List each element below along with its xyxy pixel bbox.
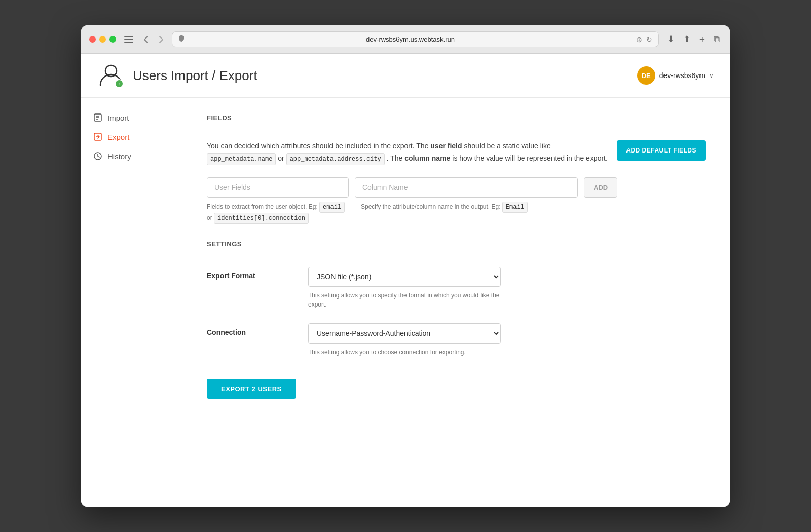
traffic-lights bbox=[89, 36, 116, 43]
export-format-label: Export Format bbox=[207, 267, 288, 280]
add-field-button[interactable]: ADD bbox=[584, 177, 617, 198]
column-name-hint: Specify the attribute/column name in the… bbox=[355, 202, 578, 224]
page-title: Users Import / Export bbox=[133, 68, 257, 84]
export-format-select[interactable]: JSON file (*.json) CSV file (*.csv) bbox=[308, 267, 501, 287]
download-button[interactable]: ⬇ bbox=[665, 32, 676, 47]
svg-rect-2 bbox=[124, 42, 133, 43]
connection-row: Connection Username-Password-Authenticat… bbox=[207, 323, 706, 357]
new-tab-button[interactable]: + bbox=[697, 32, 707, 47]
import-icon bbox=[93, 113, 102, 122]
header-left: Users Import / Export bbox=[97, 62, 257, 89]
fields-section: FIELDS You can decided which attributes … bbox=[207, 114, 706, 224]
chevron-down-icon: ∨ bbox=[709, 72, 714, 79]
sidebar-item-history[interactable]: History bbox=[81, 146, 182, 166]
export-format-control: JSON file (*.json) CSV file (*.csv) This… bbox=[308, 267, 706, 309]
url-display: dev-rwsbs6ym.us.webtask.run bbox=[189, 35, 632, 43]
app-container: Users Import / Export DE dev-rwsbs6ym ∨ bbox=[81, 54, 730, 507]
shield-icon bbox=[178, 35, 185, 44]
sidebar-toggle-button[interactable] bbox=[122, 34, 135, 45]
fields-header-actions: You can decided which attributes should … bbox=[207, 140, 706, 177]
desc-prefix: You can decided which attributes should … bbox=[207, 142, 430, 150]
column-name-input[interactable] bbox=[355, 177, 578, 198]
forward-button[interactable] bbox=[157, 33, 166, 46]
svg-rect-1 bbox=[124, 39, 133, 40]
refresh-icon[interactable]: ↻ bbox=[646, 35, 652, 44]
hint-user-prefix: Fields to extract from the user object. … bbox=[207, 203, 319, 210]
fields-description: You can decided which attributes should … bbox=[207, 140, 617, 165]
desc-suffix: is how the value will be represented in … bbox=[452, 154, 608, 162]
svg-rect-0 bbox=[124, 36, 133, 37]
export-format-row: Export Format JSON file (*.json) CSV fil… bbox=[207, 267, 706, 309]
field-hints: Fields to extract from the user object. … bbox=[207, 202, 706, 224]
export-format-hint: This setting allows you to specify the f… bbox=[308, 291, 501, 309]
column-name-bold: column name bbox=[404, 154, 450, 162]
connection-hint: This setting allows you to choose connec… bbox=[308, 348, 501, 357]
fields-add-section: ADD bbox=[207, 177, 706, 198]
desc-mid1: should be a static value like bbox=[464, 142, 550, 150]
sidebar-item-label-history: History bbox=[107, 152, 131, 161]
browser-chrome: dev-rwsbs6ym.us.webtask.run ⊕ ↻ ⬇ ⬆ + ⧉ bbox=[81, 25, 730, 54]
sidebar-item-export[interactable]: Export bbox=[81, 127, 182, 146]
connection-control: Username-Password-Authentication This se… bbox=[308, 323, 706, 357]
user-name-label: dev-rwsbs6ym bbox=[659, 71, 705, 80]
sidebar-item-label-import: Import bbox=[107, 113, 129, 122]
desc-mid3: . The bbox=[387, 154, 405, 162]
back-button[interactable] bbox=[141, 33, 151, 46]
settings-section: SETTINGS Export Format JSON file (*.json… bbox=[207, 240, 706, 399]
export-icon bbox=[93, 132, 102, 141]
minimize-button[interactable] bbox=[99, 36, 106, 43]
code-app-metadata-address: app_metadata.address.city bbox=[286, 153, 385, 165]
user-menu[interactable]: DE dev-rwsbs6ym ∨ bbox=[637, 66, 714, 85]
hint-column-prefix: Specify the attribute/column name in the… bbox=[361, 203, 502, 210]
app-logo bbox=[97, 62, 125, 89]
hint-code-identities: identities[0].connection bbox=[214, 213, 309, 224]
sidebar-item-import[interactable]: Import bbox=[81, 108, 182, 127]
browser-actions: ⬇ ⬆ + ⧉ bbox=[665, 32, 722, 47]
address-bar[interactable]: dev-rwsbs6ym.us.webtask.run ⊕ ↻ bbox=[172, 31, 659, 47]
app-header: Users Import / Export DE dev-rwsbs6ym ∨ bbox=[81, 54, 730, 98]
close-button[interactable] bbox=[89, 36, 96, 43]
code-app-metadata-name: app_metadata.name bbox=[207, 153, 276, 165]
user-field-bold: user field bbox=[430, 142, 462, 150]
sync-badge bbox=[115, 79, 124, 88]
avatar: DE bbox=[637, 66, 655, 85]
share-button[interactable]: ⬆ bbox=[681, 32, 692, 47]
fields-divider bbox=[207, 128, 706, 128]
sidebar-item-label-export: Export bbox=[107, 133, 129, 141]
export-users-button[interactable]: EXPORT 2 USERS bbox=[207, 379, 296, 399]
user-fields-input[interactable] bbox=[207, 177, 349, 198]
hint-code-email-col: Email bbox=[502, 202, 528, 213]
sidebar: Import Export bbox=[81, 98, 182, 507]
connection-select[interactable]: Username-Password-Authentication bbox=[308, 323, 501, 344]
settings-section-title: SETTINGS bbox=[207, 240, 706, 248]
hint-user-or: or bbox=[207, 214, 214, 221]
settings-divider bbox=[207, 254, 706, 254]
desc-mid2: or bbox=[278, 154, 286, 162]
maximize-button[interactable] bbox=[109, 36, 116, 43]
connection-label: Connection bbox=[207, 323, 288, 336]
hint-code-email: email bbox=[319, 202, 345, 213]
fields-section-title: FIELDS bbox=[207, 114, 706, 122]
history-icon bbox=[93, 151, 102, 161]
main-layout: Import Export bbox=[81, 98, 730, 507]
add-default-fields-button[interactable]: ADD DEFAULT FIELDS bbox=[617, 140, 706, 161]
translate-icon: ⊕ bbox=[636, 35, 642, 44]
user-fields-hint: Fields to extract from the user object. … bbox=[207, 202, 349, 224]
content-area: FIELDS You can decided which attributes … bbox=[182, 98, 730, 507]
tabs-button[interactable]: ⧉ bbox=[712, 32, 722, 47]
